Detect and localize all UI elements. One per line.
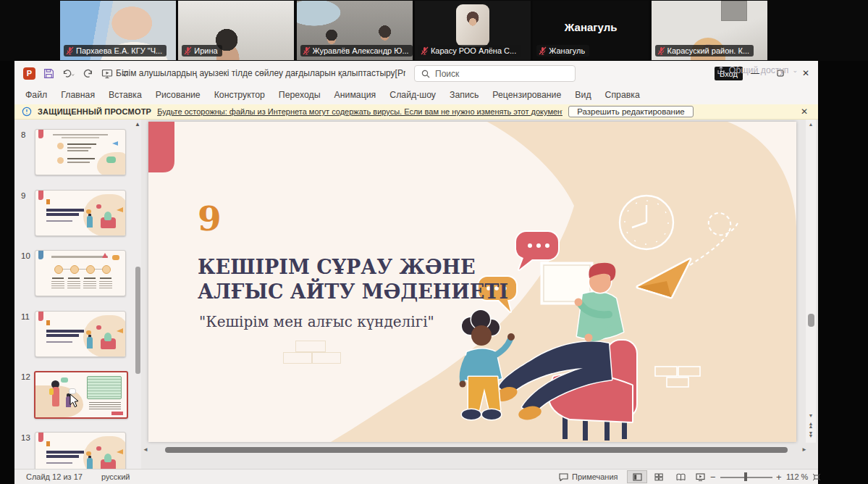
slide-thumbnail[interactable]	[35, 190, 126, 236]
powerpoint-window: P Бі	[14, 61, 818, 484]
participant-tile[interactable]: Карасу РОО Алёна С...	[415, 1, 531, 60]
protected-view-bar: ЗАЩИЩЕННЫЙ ПРОСМОТР Будьте осторожны: фа…	[14, 104, 818, 120]
slide-number-label: 8	[21, 130, 25, 139]
zoom-out-button[interactable]: −	[710, 470, 716, 484]
undo-icon[interactable]	[62, 68, 75, 79]
previous-slide-icon[interactable]: ▲▲	[806, 422, 816, 428]
participant-tile[interactable]: Ирина	[178, 1, 294, 60]
dismiss-warning-icon[interactable]: ✕	[801, 107, 808, 117]
quick-access-toolbar: P	[23, 61, 130, 85]
ribbon-tab-10[interactable]: Вид	[575, 90, 591, 100]
slide-sorter-view-button[interactable]	[649, 470, 669, 483]
language-indicator[interactable]: русский	[101, 470, 130, 484]
thumbnail-art	[35, 251, 125, 296]
start-slideshow-icon[interactable]	[101, 68, 113, 79]
vertical-scrollbar[interactable]: ▲ ▼ ▲▲ ▼▼	[806, 120, 816, 443]
current-slide[interactable]: 9 КЕШІРІМ СҰРАУ ЖӘНЕ АЛҒЫС АЙТУ МӘДЕНИЕТ…	[148, 122, 796, 442]
slide-thumbnail[interactable]	[35, 129, 126, 175]
slide-corner-tab	[148, 122, 174, 172]
reading-view-button[interactable]	[670, 470, 691, 483]
slide-number-label: 10	[21, 251, 30, 260]
participant-center-name: Жанагуль	[533, 21, 649, 33]
slide-thumbnail[interactable]	[35, 311, 126, 357]
zoom-slider-thumb[interactable]	[744, 472, 747, 481]
vertical-scrollbar-thumb[interactable]	[808, 314, 814, 327]
scroll-down-icon[interactable]: ▼	[806, 413, 816, 418]
ribbon-tab-file[interactable]: Файл	[25, 90, 47, 100]
slideshow-icon	[696, 473, 705, 481]
panel-scroll-up-icon[interactable]: ▲	[135, 121, 140, 128]
horizontal-scrollbar-thumb[interactable]	[165, 447, 788, 453]
scroll-right-icon[interactable]: ►	[801, 446, 807, 453]
protected-view-label: ЗАЩИЩЕННЫЙ ПРОСМОТР	[38, 107, 151, 116]
participant-tile[interactable]: Жанагуль Жанагуль	[533, 1, 649, 60]
slide-thumbnail[interactable]	[34, 371, 128, 419]
ribbon-tab-6[interactable]: Анимация	[334, 90, 376, 100]
ribbon-tab-4[interactable]: Конструктор	[214, 90, 265, 100]
share-button[interactable]: Общий доступ ⌄	[717, 61, 798, 80]
slide-canvas: 9 КЕШІРІМ СҰРАУ ЖӘНЕ АЛҒЫС АЙТУ МӘДЕНИЕТ…	[141, 120, 818, 470]
notes-button[interactable]: Примечания	[559, 470, 618, 484]
slide-thumbnail[interactable]	[35, 250, 126, 296]
muted-mic-icon	[66, 46, 74, 55]
scroll-up-icon[interactable]: ▲	[806, 122, 816, 127]
participant-name-label: Пархаева Е.А. КГУ "Ч...	[64, 45, 167, 57]
search-placeholder: Поиск	[435, 69, 459, 79]
ribbon-tab-11[interactable]: Справка	[605, 90, 640, 100]
thumbnail-art	[35, 312, 125, 356]
muted-mic-icon	[657, 46, 665, 55]
enable-editing-button[interactable]: Разрешить редактирование	[568, 106, 694, 117]
search-box[interactable]: Поиск	[414, 65, 576, 82]
muted-mic-icon	[303, 46, 311, 55]
slide-big-number: 9	[198, 199, 222, 238]
slideshow-view-button[interactable]	[690, 470, 710, 483]
participant-name-label: Карасу РОО Алёна С...	[418, 45, 521, 57]
protected-view-message: Будьте осторожны: файлы из Интернета мог…	[157, 107, 562, 116]
zoom-level[interactable]: 112 %	[786, 470, 808, 484]
fit-slide-to-window-button[interactable]	[806, 470, 827, 483]
participant-tile[interactable]: Журавлёв Александр Ю...	[297, 1, 413, 60]
window-title: Білім алушылардың ауызекі тілде сөйлеу д…	[116, 61, 405, 85]
thumbnail-art	[35, 433, 125, 470]
share-label: Общий доступ	[729, 65, 789, 75]
next-slide-icon[interactable]: ▼▼	[806, 432, 816, 438]
participant-tile[interactable]: Карасуский район. К...	[652, 1, 767, 60]
brick-outline	[312, 352, 341, 364]
horizontal-scrollbar[interactable]: ◄ ►	[143, 446, 816, 454]
normal-view-icon	[633, 473, 642, 481]
participant-tile[interactable]: Пархаева Е.А. КГУ "Ч...	[60, 1, 176, 60]
close-button[interactable]: ✕	[795, 61, 817, 85]
ribbon-tab-9[interactable]: Рецензирование	[492, 90, 561, 100]
participant-name-label: Карасуский район. К...	[655, 45, 754, 57]
ribbon-tab-3[interactable]: Рисование	[156, 90, 201, 100]
slide-number-label: 9	[21, 191, 25, 200]
participant-name-label: Жанагуль	[536, 45, 589, 57]
share-chevron-icon: ⌄	[792, 67, 798, 74]
search-icon	[421, 70, 430, 78]
muted-mic-icon	[184, 46, 192, 55]
workspace: ▲ 8 9 10	[14, 120, 818, 470]
participant-name-label: Журавлёв Александр Ю...	[300, 45, 413, 57]
slide-thumbnail[interactable]	[35, 432, 126, 470]
ribbon-tab-2[interactable]: Вставка	[109, 90, 142, 100]
ribbon-tab-8[interactable]: Запись	[450, 90, 479, 100]
slide-thumbnails-panel: ▲ 8 9 10	[14, 120, 141, 470]
muted-mic-icon	[421, 46, 429, 55]
share-icon	[717, 66, 725, 75]
ribbon-tab-7[interactable]: Слайд-шоу	[389, 90, 436, 100]
ribbon-tab-5[interactable]: Переходы	[279, 90, 321, 100]
powerpoint-app-icon: P	[23, 67, 35, 80]
normal-view-button[interactable]	[627, 470, 647, 483]
scroll-left-icon[interactable]: ◄	[143, 446, 148, 453]
save-icon[interactable]	[43, 68, 54, 79]
brick-outline	[283, 352, 312, 364]
ribbon-tab-1[interactable]: Главная	[61, 90, 95, 100]
panel-scrollbar-thumb[interactable]	[135, 267, 140, 374]
thumbnail-art	[35, 191, 125, 235]
redo-icon[interactable]	[83, 68, 93, 79]
slide-counter: Слайд 12 из 17	[26, 470, 83, 484]
slide-subtitle: "Кешірім мен алғыс күнделігі"	[199, 313, 434, 330]
zoom-in-button[interactable]: +	[776, 470, 782, 484]
shield-icon	[22, 107, 32, 117]
grid-view-icon	[654, 473, 663, 481]
